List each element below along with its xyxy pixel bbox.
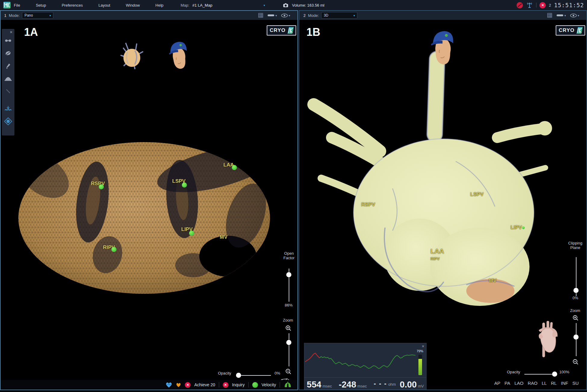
- marker-dot: [522, 226, 525, 229]
- menu-window[interactable]: Window: [126, 3, 140, 8]
- heart-orange-icon[interactable]: [176, 382, 181, 388]
- marker-dot: [99, 184, 104, 189]
- panel-1-mode-dropdown[interactable]: Pano ▾: [22, 12, 53, 19]
- la-pano-mesh[interactable]: [17, 140, 273, 297]
- zoom-in-icon[interactable]: [285, 325, 291, 331]
- measurement-lat: -248 msec LAT: [339, 380, 374, 390]
- alert-badge-icon[interactable]: ✕: [539, 2, 546, 8]
- anatomy-label: LIPV: [511, 225, 522, 231]
- cl-value: 554: [307, 380, 321, 389]
- opacity-thumb[interactable]: [552, 372, 557, 377]
- measurement-row: ✕ 554 msec CL -248 msec LAT: [304, 377, 426, 390]
- link-views-icon[interactable]: ▾: [267, 14, 277, 17]
- cryo-logo-text: CRYO: [270, 27, 286, 33]
- cryo-logo-glyph-icon: [287, 26, 294, 34]
- menu-file[interactable]: File: [14, 3, 20, 8]
- orientation-head[interactable]: [428, 28, 457, 66]
- layout-grid-icon[interactable]: [547, 13, 552, 18]
- panel-2-viewport[interactable]: 1B CRYO: [299, 20, 586, 390]
- panel-1-header: 1 Mode: Pano ▾ ▾: [1, 11, 297, 20]
- status-cluster: ✕ 2 15:51:52: [517, 0, 584, 10]
- pencil-tool-icon[interactable]: [3, 60, 13, 72]
- anatomy-label: LAA: [430, 247, 444, 255]
- imp-label: Imp: [374, 389, 400, 390]
- orient-inf-button[interactable]: INF: [561, 381, 568, 386]
- zoom-label: Zoom: [570, 308, 580, 313]
- menu-layout[interactable]: Layout: [98, 3, 110, 8]
- zoom-track[interactable]: [576, 323, 576, 356]
- open-factor-value: 86%: [285, 303, 293, 307]
- app-logo-icon: [3, 2, 11, 9]
- menu-help[interactable]: Help: [155, 3, 163, 8]
- mini-la-model[interactable]: [117, 40, 146, 73]
- panel-1-mode-value: Pano: [24, 13, 33, 17]
- clipping-plane-thumb[interactable]: [573, 288, 579, 293]
- orient-lao-button[interactable]: LAO: [514, 381, 523, 386]
- lungs-icon[interactable]: [284, 381, 292, 388]
- map-dropdown-caret[interactable]: ▾: [263, 4, 265, 7]
- zoom-out-icon[interactable]: [573, 359, 579, 365]
- orient-ap-button[interactable]: AP: [494, 381, 500, 386]
- panel-2-mode-dropdown[interactable]: 3D ▾: [321, 12, 357, 19]
- orient-ll-button[interactable]: LL: [542, 381, 547, 386]
- surface-tool-icon[interactable]: [3, 47, 13, 60]
- map-selector[interactable]: Map: #1 LA_Map ▾: [181, 0, 265, 10]
- achieve-toggle-icon[interactable]: ✕: [185, 382, 191, 388]
- antenna-icon[interactable]: [526, 2, 533, 8]
- menu-setup[interactable]: Setup: [36, 3, 46, 8]
- anatomy-label: RSPV: [361, 202, 375, 208]
- palette-close-icon[interactable]: ✕: [10, 30, 13, 34]
- zoom-thumb[interactable]: [573, 334, 579, 340]
- alert-count: 2: [549, 3, 551, 8]
- opacity-label: Opacity: [507, 370, 520, 374]
- ecg-waveform-area: ✕ 79%: [304, 343, 426, 378]
- camera-icon[interactable]: [283, 3, 288, 8]
- orient-rao-button[interactable]: RAO: [528, 381, 538, 386]
- zoom-track[interactable]: [289, 333, 289, 366]
- statusbar-separator: [219, 382, 219, 387]
- opacity-track[interactable]: [524, 374, 554, 375]
- volume-readout: Volume: 163.56 ml: [292, 3, 325, 8]
- panel-1-tool-palette: ✕: [2, 29, 14, 135]
- imp-value: - - -: [374, 380, 387, 387]
- panel-1-mode-label: Mode:: [9, 13, 20, 18]
- cl-unit: msec: [322, 384, 332, 388]
- orient-rl-button[interactable]: RL: [551, 381, 557, 386]
- link-views-icon[interactable]: ▾: [556, 14, 566, 17]
- heart-blue-icon[interactable]: [166, 382, 172, 388]
- zoom-out-icon[interactable]: [285, 369, 291, 375]
- panel-1-viewport[interactable]: ✕: [1, 20, 297, 390]
- heart-reference-model[interactable]: [535, 321, 560, 358]
- orientation-head[interactable]: [167, 39, 190, 70]
- zoom-thumb[interactable]: [286, 340, 291, 345]
- lat-value: -248: [339, 380, 356, 389]
- statusbar-separator: [280, 382, 280, 387]
- bi-unit: mV: [418, 384, 424, 388]
- velocity-toggle-icon[interactable]: [252, 382, 258, 388]
- waveform-close-icon[interactable]: ✕: [422, 344, 424, 348]
- orientation-buttons: AP PA LAO RAO LL RL INF SU: [494, 381, 579, 386]
- zoom-in-icon[interactable]: [573, 315, 579, 321]
- marker-dot: [111, 247, 116, 252]
- curve-tool-icon[interactable]: [3, 72, 13, 85]
- drop-anchor-icon[interactable]: [3, 102, 13, 115]
- opacity-track[interactable]: [240, 375, 271, 376]
- probe-tool-icon[interactable]: [3, 34, 13, 47]
- panel-1-number: 1: [4, 13, 6, 18]
- line-tool-icon[interactable]: [3, 85, 13, 98]
- anatomy-label: RIPV: [430, 257, 439, 261]
- panel-2-number: 2: [303, 13, 306, 18]
- orient-pa-button[interactable]: PA: [505, 381, 510, 386]
- orient-compass-icon[interactable]: [3, 115, 13, 128]
- inquiry-toggle-icon[interactable]: ✕: [223, 382, 228, 388]
- orient-su-button[interactable]: SU: [573, 381, 579, 386]
- clipping-plane-value: 0%: [573, 296, 578, 300]
- visibility-eye-icon[interactable]: ▾: [570, 14, 579, 17]
- signal-blocked-icon[interactable]: [517, 2, 523, 8]
- visibility-eye-icon[interactable]: ▾: [281, 14, 290, 17]
- menu-preferences[interactable]: Preferences: [62, 3, 83, 8]
- open-factor-thumb[interactable]: [286, 272, 291, 277]
- layout-grid-icon[interactable]: [258, 13, 263, 18]
- opacity-thumb[interactable]: [236, 373, 241, 378]
- lat-unit: msec: [357, 384, 367, 388]
